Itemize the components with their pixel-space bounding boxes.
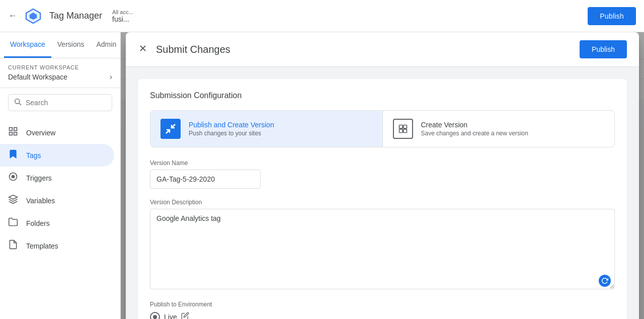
version-name-input[interactable] bbox=[150, 170, 261, 189]
content-area: Tag Name GA-... Submit Changes Pu bbox=[121, 32, 644, 319]
sidebar-item-overview[interactable]: Overview bbox=[0, 121, 114, 144]
sidebar-item-tags[interactable]: Tags bbox=[0, 144, 114, 167]
grid-icon bbox=[8, 126, 18, 139]
svg-rect-9 bbox=[14, 132, 17, 135]
gtm-logo bbox=[23, 6, 43, 26]
sidebar-item-label-folders: Folders bbox=[26, 219, 50, 227]
env-row: Live bbox=[150, 312, 615, 319]
topbar-publish-button[interactable]: Publish bbox=[588, 7, 636, 25]
sidebar-item-label-variables: Variables bbox=[26, 197, 55, 205]
svg-rect-20 bbox=[403, 129, 407, 133]
version-desc-container: Google Analytics tag bbox=[150, 209, 615, 291]
version-desc-group: Version Description Google Analytics tag bbox=[150, 199, 615, 291]
svg-rect-7 bbox=[14, 128, 17, 131]
version-option-title: Create Version bbox=[421, 121, 528, 129]
dialog-body: Submission Configuration bbox=[126, 67, 639, 319]
sidebar-item-templates[interactable]: Templates bbox=[0, 234, 114, 257]
svg-line-5 bbox=[19, 103, 21, 105]
sidebar-item-triggers[interactable]: Triggers bbox=[0, 167, 114, 189]
chevron-right-icon: › bbox=[110, 72, 112, 82]
bookmark-icon bbox=[8, 149, 18, 162]
dialog-title: Submit Changes bbox=[156, 44, 230, 55]
version-desc-label: Version Description bbox=[150, 199, 615, 206]
tab-admin[interactable]: Admin bbox=[90, 32, 121, 58]
env-radio-inner bbox=[153, 315, 157, 319]
app-name: Tag Manager bbox=[49, 11, 102, 21]
svg-rect-17 bbox=[399, 125, 403, 129]
publish-option-title: Publish and Create Version bbox=[189, 121, 274, 129]
tab-versions[interactable]: Versions bbox=[51, 32, 91, 58]
svg-point-11 bbox=[12, 176, 15, 178]
account-info: All acc... fusi... bbox=[112, 9, 133, 23]
publish-create-option[interactable]: Publish and Create Version Push changes … bbox=[150, 111, 383, 147]
version-icon bbox=[393, 119, 413, 139]
submit-changes-dialog: Submit Changes Publish Submission Config… bbox=[126, 32, 639, 319]
sidebar-item-label-templates: Templates bbox=[26, 242, 58, 250]
sidebar-item-label-triggers: Triggers bbox=[26, 174, 52, 182]
publish-option-desc: Push changes to your sites bbox=[189, 130, 274, 137]
dialog-header: Submit Changes Publish bbox=[126, 32, 639, 67]
submission-options: Publish and Create Version Push changes … bbox=[150, 110, 615, 147]
svg-rect-18 bbox=[403, 125, 407, 129]
workspace-header: CURRENT WORKSPACE Default Workspace › bbox=[0, 58, 120, 88]
layers-icon bbox=[8, 194, 18, 207]
all-accounts-text: All acc... bbox=[112, 9, 133, 15]
tab-workspace[interactable]: Workspace bbox=[4, 32, 51, 58]
env-edit-icon[interactable] bbox=[181, 312, 189, 319]
submission-config-title: Submission Configuration bbox=[150, 91, 615, 100]
env-radio bbox=[150, 312, 160, 319]
file-icon bbox=[8, 240, 18, 252]
submission-config-card: Submission Configuration bbox=[138, 79, 627, 319]
version-option-text: Create Version Save changes and create a… bbox=[421, 121, 528, 137]
dialog-overlay: Submit Changes Publish Submission Config… bbox=[121, 32, 644, 319]
dialog-publish-button[interactable]: Publish bbox=[580, 40, 627, 58]
version-name-label: Version Name bbox=[150, 160, 615, 167]
env-name-text: Live bbox=[164, 313, 177, 319]
svg-rect-8 bbox=[10, 132, 13, 135]
publish-option-text: Publish and Create Version Push changes … bbox=[189, 121, 274, 137]
workspace-name: Default Workspace bbox=[8, 73, 67, 81]
back-button[interactable]: ← bbox=[8, 11, 17, 21]
textarea-refresh-button[interactable] bbox=[599, 275, 611, 287]
create-version-option[interactable]: Create Version Save changes and create a… bbox=[383, 111, 615, 147]
version-option-desc: Save changes and create a new version bbox=[421, 130, 528, 137]
sidebar-item-folders[interactable]: Folders bbox=[0, 212, 114, 234]
sidebar-item-label-tags: Tags bbox=[26, 151, 41, 160]
sidebar-tabs: Workspace Versions Admin bbox=[0, 32, 120, 58]
sidebar: Workspace Versions Admin CURRENT WORKSPA… bbox=[0, 32, 121, 319]
dialog-close-button[interactable] bbox=[138, 43, 148, 56]
folder-icon bbox=[8, 217, 18, 229]
search-box[interactable] bbox=[8, 94, 112, 111]
version-name-group: Version Name bbox=[150, 160, 615, 189]
search-icon bbox=[14, 98, 22, 108]
publish-env-section: Publish to Environment Live bbox=[150, 301, 615, 319]
publish-env-label: Publish to Environment bbox=[150, 301, 615, 308]
workspace-name-row[interactable]: Default Workspace › bbox=[8, 72, 112, 82]
account-name-text: fusi... bbox=[112, 15, 133, 23]
svg-rect-19 bbox=[399, 129, 403, 133]
circle-icon bbox=[8, 172, 18, 184]
publish-icon bbox=[160, 119, 181, 139]
workspace-label: CURRENT WORKSPACE bbox=[8, 64, 112, 70]
topbar: ← Tag Manager All acc... fusi... Publish bbox=[0, 0, 644, 32]
search-input[interactable] bbox=[26, 99, 107, 107]
svg-rect-6 bbox=[10, 128, 13, 131]
svg-marker-12 bbox=[9, 195, 18, 199]
version-desc-textarea[interactable]: Google Analytics tag bbox=[150, 209, 615, 289]
svg-point-4 bbox=[15, 99, 20, 104]
sidebar-item-variables[interactable]: Variables bbox=[0, 189, 114, 212]
nav-items: Overview Tags Triggers bbox=[0, 117, 120, 261]
sidebar-item-label-overview: Overview bbox=[26, 129, 55, 137]
